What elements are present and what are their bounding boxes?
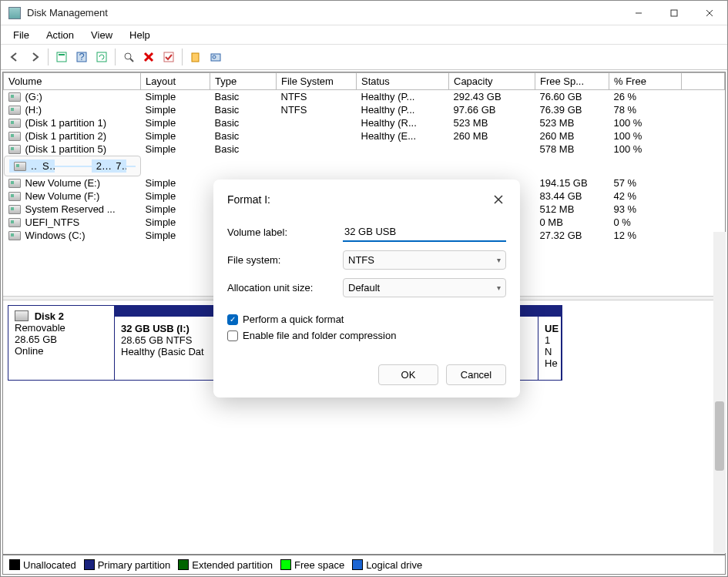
format-dialog: Format I: Volume label: File system: NTF… (213, 179, 520, 398)
volume-icon (8, 119, 21, 128)
check-icon[interactable] (159, 48, 178, 66)
svg-text:?: ? (79, 52, 84, 62)
disk-name: Disk 2 (35, 310, 64, 322)
dialog-title: Format I: (227, 193, 488, 206)
column-header[interactable]: Volume (4, 73, 141, 90)
volume-icon (8, 205, 21, 214)
compression-label: Enable file and folder compression (243, 330, 396, 341)
disk-drive-icon (15, 310, 29, 321)
column-header[interactable]: Status (357, 73, 449, 90)
close-button[interactable] (692, 1, 727, 25)
legend-item: Free space (280, 559, 344, 571)
volume-icon (8, 92, 21, 102)
menu-help[interactable]: Help (122, 28, 158, 42)
table-row[interactable]: 32 GB USB ...Simple21.38 GB75 % (4, 156, 141, 176)
legend-swatch (9, 559, 20, 570)
svg-rect-1 (671, 10, 677, 16)
volume-icon (14, 162, 26, 171)
volume-icon (8, 218, 21, 227)
properties-icon[interactable] (206, 48, 225, 66)
legend-item: Logical drive (352, 559, 422, 571)
checkbox-icon (227, 330, 238, 341)
menu-view[interactable]: View (83, 28, 120, 42)
toolbar: ? (1, 44, 727, 70)
legend-item: Unallocated (9, 559, 76, 571)
allocation-label: Allocation unit size: (227, 282, 343, 294)
file-system-value: NTFS (348, 254, 374, 266)
table-row[interactable]: (Disk 1 partition 5)SimpleBasic578 MB100… (4, 143, 725, 156)
settings-icon[interactable] (52, 48, 71, 66)
volume-label-label: Volume label: (227, 226, 343, 238)
ok-button[interactable]: OK (378, 364, 438, 385)
svg-rect-5 (59, 54, 65, 55)
back-button[interactable] (5, 48, 24, 66)
volume-icon (8, 145, 21, 154)
column-header[interactable]: File System (277, 73, 357, 90)
disk-kind: Removable (15, 322, 65, 334)
table-row[interactable]: (Disk 1 partition 2)SimpleBasicHealthy (… (4, 129, 725, 143)
delete-icon[interactable] (139, 48, 158, 66)
column-header[interactable]: % Free (609, 73, 682, 90)
chevron-down-icon: ▾ (497, 256, 501, 264)
menu-action[interactable]: Action (39, 28, 82, 42)
disk-info[interactable]: Disk 2 Removable 28.65 GB Online (8, 306, 115, 380)
volume-icon (8, 132, 21, 141)
app-icon (8, 7, 21, 19)
disk-size: 28.65 GB (15, 334, 57, 345)
scan-icon[interactable] (119, 48, 138, 66)
legend-swatch (280, 559, 291, 570)
cancel-button[interactable]: Cancel (446, 364, 506, 385)
column-header[interactable]: Capacity (449, 73, 535, 90)
svg-rect-8 (97, 52, 106, 62)
quick-format-label: Perform a quick format (243, 314, 344, 325)
new-icon[interactable] (186, 48, 205, 66)
table-row[interactable]: (Disk 1 partition 1)SimpleBasicHealthy (… (4, 116, 725, 129)
svg-line-10 (130, 59, 133, 62)
menubar: FileActionViewHelp (1, 25, 727, 44)
file-system-select[interactable]: NTFS ▾ (343, 250, 506, 270)
menu-file[interactable]: File (5, 28, 37, 42)
allocation-value: Default (348, 282, 380, 294)
help-icon[interactable]: ? (72, 48, 91, 66)
chevron-down-icon: ▾ (497, 283, 501, 292)
svg-point-9 (125, 53, 131, 59)
column-header[interactable]: Layout (141, 73, 210, 90)
vertical-scrollbar[interactable] (713, 232, 726, 553)
legend: UnallocatedPrimary partitionExtended par… (3, 554, 725, 574)
legend-item: Extended partition (178, 559, 273, 571)
checkbox-icon: ✓ (227, 314, 238, 325)
scrollbar-thumb[interactable] (715, 401, 724, 471)
column-header[interactable]: Free Sp... (535, 73, 609, 90)
column-header[interactable]: Type (210, 73, 277, 90)
maximize-button[interactable] (656, 1, 692, 25)
svg-rect-14 (192, 53, 199, 62)
window-title: Disk Management (27, 7, 621, 18)
minimize-button[interactable] (621, 1, 656, 25)
legend-swatch (352, 559, 363, 570)
window-buttons (621, 1, 727, 25)
legend-swatch (84, 559, 95, 570)
volume-icon (8, 106, 21, 115)
volume-icon (8, 231, 21, 240)
disk-state: Online (15, 345, 44, 357)
table-row[interactable]: (H:)SimpleBasicNTFSHealthy (P...97.66 GB… (4, 103, 725, 116)
legend-swatch (178, 559, 189, 570)
svg-rect-13 (164, 52, 173, 62)
partition[interactable]: UE1 NHe (538, 306, 562, 380)
svg-rect-4 (57, 52, 66, 62)
disk-management-window: Disk Management FileActionViewHelp ? Vol… (0, 0, 728, 577)
quick-format-checkbox[interactable]: ✓ Perform a quick format (227, 314, 506, 325)
allocation-select[interactable]: Default ▾ (343, 278, 506, 297)
volume-label-input[interactable] (343, 223, 506, 242)
table-row[interactable]: (G:)SimpleBasicNTFSHealthy (P...292.43 G… (4, 90, 725, 104)
file-system-label: File system: (227, 254, 343, 266)
volume-icon (8, 179, 21, 188)
table-header-row: VolumeLayoutTypeFile SystemStatusCapacit… (4, 73, 725, 90)
legend-item: Primary partition (84, 559, 171, 571)
compression-checkbox[interactable]: Enable file and folder compression (227, 330, 506, 341)
refresh-icon[interactable] (92, 48, 111, 66)
titlebar: Disk Management (1, 1, 727, 25)
dialog-close-button[interactable] (488, 189, 509, 210)
volume-icon (8, 192, 21, 201)
forward-button[interactable] (25, 48, 44, 66)
